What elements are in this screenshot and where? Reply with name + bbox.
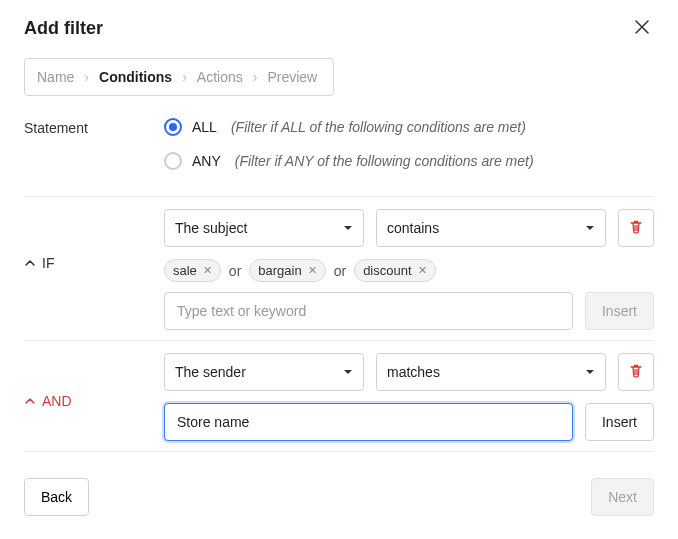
keyword-input[interactable]: [164, 403, 573, 441]
tag-label: bargain: [258, 263, 301, 278]
insert-button[interactable]: Insert: [585, 292, 654, 330]
step-indicator: Name › Conditions › Actions › Preview: [24, 58, 334, 96]
statement-option-all[interactable]: ALL (Filter if ALL of the following cond…: [164, 118, 654, 136]
back-button[interactable]: Back: [24, 478, 89, 516]
connector-label: AND: [42, 393, 72, 409]
divider: [24, 340, 654, 341]
back-label: Back: [41, 489, 72, 505]
dialog-title: Add filter: [24, 18, 103, 39]
keyword-input[interactable]: [164, 292, 573, 330]
caret-down-icon: [585, 367, 595, 377]
or-text: or: [229, 263, 241, 279]
or-text: or: [334, 263, 346, 279]
chevron-up-icon: [24, 257, 36, 269]
connector-label: IF: [42, 255, 54, 271]
step-name[interactable]: Name: [37, 69, 74, 85]
divider: [24, 451, 654, 452]
tag-label: discount: [363, 263, 411, 278]
insert-label: Insert: [602, 414, 637, 430]
tag: sale ✕: [164, 259, 221, 282]
close-icon: [635, 20, 649, 37]
trash-icon: [628, 219, 644, 238]
tag: discount ✕: [354, 259, 435, 282]
radio-all[interactable]: [164, 118, 182, 136]
delete-condition-button[interactable]: [618, 353, 654, 391]
chevron-right-icon: ›: [84, 69, 89, 85]
condition-connector[interactable]: IF: [24, 209, 164, 271]
condition-connector[interactable]: AND: [24, 353, 164, 409]
delete-condition-button[interactable]: [618, 209, 654, 247]
operator-value: contains: [387, 220, 439, 236]
next-button[interactable]: Next: [591, 478, 654, 516]
statement-row: Statement ALL (Filter if ALL of the foll…: [24, 118, 654, 186]
radio-any-label: ANY: [192, 153, 221, 169]
operator-select[interactable]: contains: [376, 209, 606, 247]
radio-all-desc: (Filter if ALL of the following conditio…: [231, 119, 526, 135]
radio-all-label: ALL: [192, 119, 217, 135]
next-label: Next: [608, 489, 637, 505]
tags-row: sale ✕ or bargain ✕ or discount ✕: [164, 259, 654, 282]
tag-remove-icon[interactable]: ✕: [418, 264, 427, 277]
tag-remove-icon[interactable]: ✕: [203, 264, 212, 277]
divider: [24, 196, 654, 197]
statement-label: Statement: [24, 118, 164, 136]
caret-down-icon: [343, 223, 353, 233]
condition-block: IF The subject contains: [24, 209, 654, 330]
dialog-header: Add filter: [24, 16, 654, 58]
radio-any-desc: (Filter if ANY of the following conditio…: [235, 153, 534, 169]
tag: bargain ✕: [249, 259, 325, 282]
step-conditions[interactable]: Conditions: [99, 69, 172, 85]
statement-option-any[interactable]: ANY (Filter if ANY of the following cond…: [164, 152, 654, 170]
insert-button[interactable]: Insert: [585, 403, 654, 441]
add-filter-dialog: Add filter Name › Conditions › Actions ›…: [0, 0, 678, 526]
tag-label: sale: [173, 263, 197, 278]
insert-label: Insert: [602, 303, 637, 319]
step-actions[interactable]: Actions: [197, 69, 243, 85]
step-preview[interactable]: Preview: [267, 69, 317, 85]
chevron-up-icon: [24, 395, 36, 407]
caret-down-icon: [343, 367, 353, 377]
dialog-footer: Back Next: [24, 464, 654, 516]
operator-select[interactable]: matches: [376, 353, 606, 391]
field-select[interactable]: The subject: [164, 209, 364, 247]
condition-block: AND The sender matches: [24, 353, 654, 441]
chevron-right-icon: ›: [182, 69, 187, 85]
chevron-right-icon: ›: [253, 69, 258, 85]
caret-down-icon: [585, 223, 595, 233]
trash-icon: [628, 363, 644, 382]
field-select[interactable]: The sender: [164, 353, 364, 391]
operator-value: matches: [387, 364, 440, 380]
close-button[interactable]: [630, 16, 654, 40]
field-value: The sender: [175, 364, 246, 380]
radio-any[interactable]: [164, 152, 182, 170]
field-value: The subject: [175, 220, 247, 236]
tag-remove-icon[interactable]: ✕: [308, 264, 317, 277]
